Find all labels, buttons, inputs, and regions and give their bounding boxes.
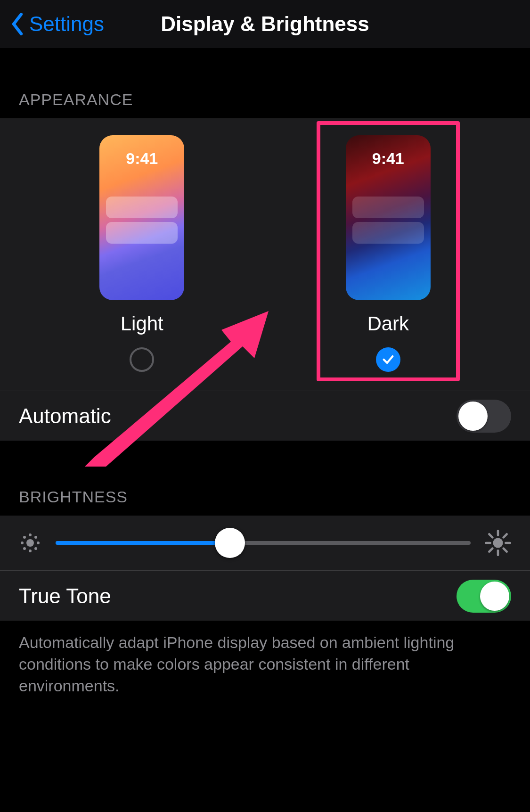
svg-point-6 [35,536,37,538]
appearance-option-light[interactable]: 9:41 Light [99,135,184,372]
chevron-left-icon [10,13,24,35]
slider-fill [56,541,230,545]
dark-label: Dark [367,312,409,335]
true-tone-label: True Tone [19,584,111,608]
checkmark-icon [382,353,395,366]
sun-min-icon [19,532,41,554]
true-tone-footer: Automatically adapt iPhone display based… [0,621,530,716]
svg-point-8 [35,548,37,550]
appearance-options: 9:41 Light 9:41 Dark [0,118,530,391]
appearance-panel: 9:41 Light 9:41 Dark [0,118,530,441]
nav-bar: Settings Display & Brightness [0,0,530,48]
automatic-toggle[interactable] [457,400,511,433]
svg-line-17 [504,534,507,537]
preview-clock: 9:41 [99,149,184,168]
svg-point-2 [29,550,31,552]
section-gap [0,441,530,488]
automatic-label: Automatic [19,404,111,428]
toggle-knob [458,402,488,431]
svg-line-15 [504,549,507,552]
brightness-panel: True Tone [0,516,530,621]
slider-track [56,541,471,545]
section-gap [0,48,530,90]
true-tone-row: True Tone [0,571,530,621]
brightness-header: BRIGHTNESS [0,488,530,516]
light-radio[interactable] [130,347,154,372]
appearance-option-dark[interactable]: 9:41 Dark [346,135,431,372]
svg-point-0 [26,539,34,547]
svg-line-14 [489,534,492,537]
sun-max-icon [485,530,511,556]
toggle-knob [480,582,509,611]
preview-widget [106,222,178,244]
svg-point-9 [493,538,503,548]
automatic-row: Automatic [0,391,530,441]
svg-point-4 [37,542,39,544]
svg-point-3 [21,542,23,544]
dark-radio[interactable] [376,347,400,372]
preview-clock: 9:41 [346,149,431,168]
back-label: Settings [29,12,104,36]
preview-widget [352,222,424,244]
light-label: Light [121,312,163,335]
settings-screen: Settings Display & Brightness APPEARANCE… [0,0,530,812]
svg-line-16 [489,549,492,552]
dark-preview-thumbnail: 9:41 [346,135,431,300]
brightness-slider-row [0,516,530,571]
appearance-header: APPEARANCE [0,90,530,118]
svg-point-7 [24,548,25,550]
svg-point-1 [29,534,31,536]
svg-point-5 [24,536,25,538]
preview-widget [106,197,178,218]
light-preview-thumbnail: 9:41 [99,135,184,300]
brightness-slider[interactable] [56,528,471,558]
true-tone-toggle[interactable] [457,580,511,613]
preview-widget [352,197,424,218]
back-button[interactable]: Settings [10,12,104,36]
slider-handle[interactable] [215,528,245,558]
